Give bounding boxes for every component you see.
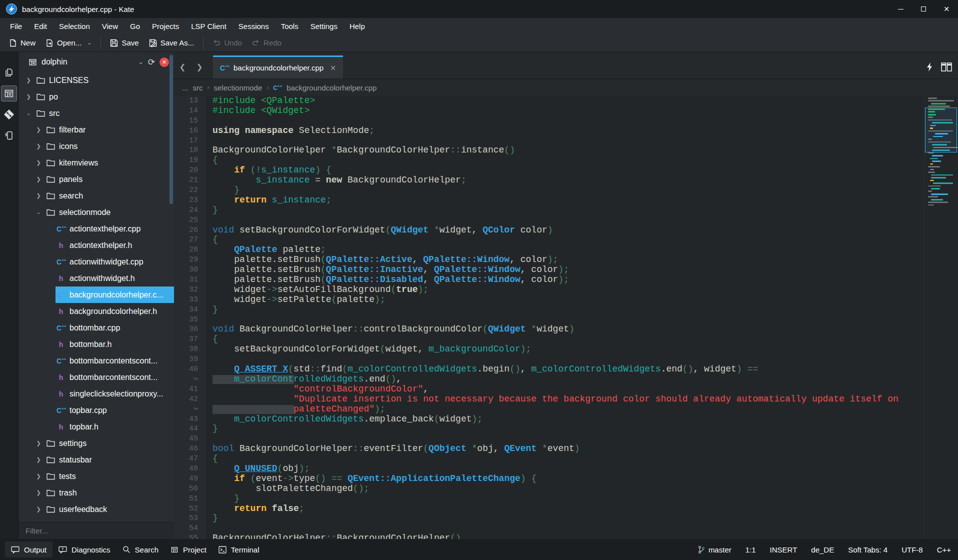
code-line[interactable]: 19{	[174, 156, 924, 166]
tree-item-backgroundcolorhelper-h[interactable]: hbackgroundcolorhelper.h	[18, 303, 174, 320]
open-dropdown-chevron[interactable]: ⌄	[87, 40, 92, 46]
tab-backgroundcolorhelper[interactable]: C++ backgroundcolorhelper.cpp ✕	[213, 56, 343, 78]
documents-toolview-button[interactable]	[2, 65, 16, 80]
tree-item-bottombar-cpp[interactable]: C++bottombar.cpp	[18, 320, 174, 336]
history-forward-button[interactable]: ❯	[191, 56, 208, 78]
projects-toolview-button[interactable]	[2, 86, 16, 101]
tree-item-search[interactable]: ❯search	[18, 188, 174, 204]
code-line[interactable]: 24}	[174, 206, 924, 216]
code-line[interactable]: ↪ m_colorControlledWidgets.end(),	[174, 374, 924, 384]
tab-close-icon[interactable]: ✕	[330, 64, 336, 72]
tree-item-po[interactable]: ❯po	[18, 88, 174, 105]
tree-item-licenses[interactable]: ❯LICENSES	[18, 72, 174, 88]
breadcrumb-file[interactable]: backgroundcolorhelper.cpp	[286, 84, 376, 92]
chevron-right-icon[interactable]: ❯	[36, 456, 42, 463]
chevron-right-icon[interactable]: ❯	[36, 192, 42, 199]
code-line[interactable]: 14#include <QWidget>	[174, 106, 924, 116]
code-line[interactable]: 42 "Duplicate insertion is not necessary…	[174, 394, 924, 404]
code-line[interactable]: 17	[174, 136, 924, 146]
tree-item-backgroundcolorhelper-c-[interactable]: C++backgroundcolorhelper.c...	[18, 286, 174, 303]
menu-projects[interactable]: Projects	[146, 18, 185, 34]
tab-settings[interactable]: Soft Tabs: 4	[848, 546, 888, 554]
menu-file[interactable]: File	[4, 18, 28, 34]
menu-go[interactable]: Go	[124, 18, 146, 34]
tree-item-panels[interactable]: ❯panels	[18, 171, 174, 188]
project-dropdown-chevron[interactable]: ⌄	[138, 58, 144, 66]
chevron-right-icon[interactable]: ❯	[36, 440, 42, 446]
code-line[interactable]: 43 m_colorControlledWidgets.emplace_back…	[174, 414, 924, 424]
save-as-button[interactable]: Save As...	[144, 36, 200, 50]
tree-item-bottombar-h[interactable]: hbottombar.h	[18, 336, 174, 352]
code-line[interactable]: 40 Q_ASSERT_X(std::find(m_colorControlle…	[174, 364, 924, 374]
tree-item-filterbar[interactable]: ❯filterbar	[18, 122, 174, 138]
code-line[interactable]: 52 return false;	[174, 504, 924, 514]
code-line[interactable]: 13#include <QPalette>	[174, 96, 924, 106]
menu-help[interactable]: Help	[344, 18, 371, 34]
code-line[interactable]: 31 palette.setBrush(QPalette::Disabled, …	[174, 275, 924, 285]
menu-tools[interactable]: Tools	[275, 18, 304, 34]
breadcrumb-ellipsis[interactable]: ...	[182, 84, 188, 92]
code-line[interactable]: 22 }	[174, 186, 924, 196]
code-line[interactable]: 45	[174, 434, 924, 444]
filter-input[interactable]: Filter...	[18, 522, 174, 539]
code-line[interactable]: 36void BackgroundColorHelper::controlBac…	[174, 324, 924, 334]
chevron-right-icon[interactable]: ❯	[36, 506, 42, 512]
quick-open-lightning-icon[interactable]	[926, 62, 933, 72]
code-line[interactable]: 30 palette.setBrush(QPalette::Inactive, …	[174, 265, 924, 275]
new-button[interactable]: New	[4, 36, 40, 50]
code-line[interactable]: 44}	[174, 424, 924, 434]
maximize-button[interactable]	[912, 0, 935, 18]
encoding[interactable]: UTF-8	[902, 546, 923, 554]
minimap-viewport[interactable]	[925, 108, 957, 152]
redo-button[interactable]: Redo	[247, 36, 286, 50]
tree-item-actiontexthelper-h[interactable]: hactiontexthelper.h	[18, 237, 174, 254]
code-line[interactable]: 54	[174, 524, 924, 534]
code-line[interactable]: 25	[174, 216, 924, 226]
code-line[interactable]: 32 widget->setAutoFillBackground(true);	[174, 285, 924, 295]
tree-item-userfeedback[interactable]: ❯userfeedback	[18, 501, 174, 518]
code-line[interactable]: 16using namespace SelectionMode;	[174, 126, 924, 136]
menu-selection[interactable]: Selection	[53, 18, 96, 34]
menu-lsp-client[interactable]: LSP Client	[185, 18, 232, 34]
code-line[interactable]: 29 palette.setBrush(QPalette::Active, QP…	[174, 255, 924, 265]
git-toolview-button[interactable]	[2, 107, 16, 122]
menu-settings[interactable]: Settings	[304, 18, 344, 34]
code-line[interactable]: 41 "controlBackgroundColor",	[174, 384, 924, 394]
diagnostics-panel-button[interactable]: Diagnostics	[52, 542, 116, 558]
tree-item-actionwithwidget-cpp[interactable]: C++actionwithwidget.cpp	[18, 254, 174, 270]
tree-item-bottombarcontentscont-[interactable]: C++bottombarcontentscont...	[18, 352, 174, 369]
chevron-right-icon[interactable]: ❯	[36, 473, 42, 480]
project-panel-button[interactable]: Project	[164, 542, 212, 558]
tree-item-tests[interactable]: ❯tests	[18, 468, 174, 484]
chevron-right-icon[interactable]: ❯	[26, 94, 32, 100]
lsp-toolview-button[interactable]	[2, 128, 16, 143]
save-button[interactable]: Save	[105, 36, 144, 50]
tree-item-settings[interactable]: ❯settings	[18, 435, 174, 452]
code-line[interactable]: 50 slotPaletteChanged();	[174, 484, 924, 494]
tree-item-topbar-cpp[interactable]: C++topbar.cpp	[18, 402, 174, 418]
code-line[interactable]: 15	[174, 116, 924, 126]
chevron-down-icon[interactable]: ⌄	[26, 110, 32, 116]
code-line[interactable]: 53}	[174, 514, 924, 524]
code-line[interactable]: 33 widget->setPalette(palette);	[174, 295, 924, 305]
tree-item-src[interactable]: ⌄src	[18, 105, 174, 122]
cursor-position[interactable]: 1:1	[746, 546, 756, 554]
split-view-icon[interactable]	[941, 62, 952, 72]
breadcrumb-src[interactable]: src	[193, 84, 203, 92]
code-line[interactable]: ↪ paletteChanged");	[174, 404, 924, 414]
tree-item-selectionmode[interactable]: ⌄selectionmode	[18, 204, 174, 220]
refresh-icon[interactable]: ⟳	[148, 57, 155, 68]
terminal-panel-button[interactable]: Terminal	[212, 542, 266, 558]
tree-item-actionwithwidget-h[interactable]: hactionwithwidget.h	[18, 270, 174, 286]
insert-mode[interactable]: INSERT	[770, 546, 798, 554]
syntax-mode[interactable]: C++	[937, 546, 951, 554]
code-line[interactable]: 21 s_instance = new BackgroundColorHelpe…	[174, 176, 924, 186]
chevron-right-icon[interactable]: ❯	[36, 143, 42, 150]
dictionary[interactable]: de_DE	[811, 546, 834, 554]
code-line[interactable]: 37{	[174, 334, 924, 344]
code-line[interactable]: 23 return s_instance;	[174, 196, 924, 206]
tree-item-topbar-h[interactable]: htopbar.h	[18, 418, 174, 435]
menu-view[interactable]: View	[96, 18, 124, 34]
code-line[interactable]: 48 Q_UNUSED(obj);	[174, 464, 924, 474]
git-branch-indicator[interactable]: master	[698, 546, 732, 554]
